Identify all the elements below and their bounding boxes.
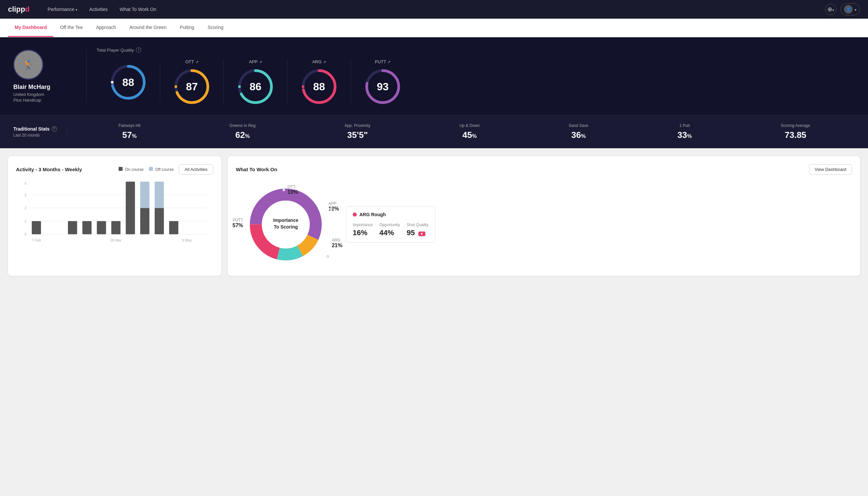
on-course-legend-dot bbox=[119, 167, 123, 171]
tab-putting[interactable]: Putting bbox=[173, 19, 201, 37]
detail-stat-shot-quality: Shot Quality 95 ▼ bbox=[407, 222, 428, 237]
chevron-down-icon bbox=[76, 7, 77, 12]
score-arg: ARG 88 bbox=[287, 59, 351, 105]
detail-stat-opportunity: Opportunity 44% bbox=[379, 222, 400, 237]
stat-value: 35'5" bbox=[347, 130, 368, 140]
svg-text:4: 4 bbox=[25, 182, 27, 186]
score-ring-putt: 93 bbox=[364, 68, 401, 105]
tab-off-the-tee[interactable]: Off the Tee bbox=[53, 19, 89, 37]
stat-one-putt: 1 Putt 33% bbox=[678, 123, 692, 140]
detail-stat-importance: Importance 16% bbox=[353, 222, 373, 237]
detail-dot-icon bbox=[353, 213, 357, 217]
score-ring-total: 88 bbox=[110, 64, 146, 100]
svg-rect-29 bbox=[126, 182, 135, 234]
segment-dot bbox=[330, 208, 332, 211]
svg-rect-34 bbox=[169, 221, 178, 234]
stat-scoring-average: Scoring Average 73.85 bbox=[781, 123, 810, 140]
score-label-putt: PUTT bbox=[375, 59, 391, 64]
tab-approach[interactable]: Approach bbox=[89, 19, 123, 37]
wttwo-header: What To Work On View Dashboard bbox=[236, 164, 852, 174]
tab-my-dashboard[interactable]: My Dashboard bbox=[8, 19, 53, 37]
stat-up-down: Up & Down 45% bbox=[459, 123, 480, 140]
svg-rect-32 bbox=[155, 208, 164, 234]
avatar: 🏌️ bbox=[13, 50, 43, 80]
tab-scoring[interactable]: Scoring bbox=[201, 19, 230, 37]
donut-container: Importance To Scoring PUTT 57% OTT 10% A… bbox=[236, 181, 852, 268]
activity-chart-header: Activity - 3 Months - Weekly On course O… bbox=[16, 164, 213, 174]
stat-value: 36% bbox=[571, 130, 586, 140]
player-name: Blair McHarg bbox=[13, 83, 50, 91]
traditional-stats-label: Traditional Stats ? Last 20 rounds bbox=[13, 126, 67, 138]
scores-section: Total Player Quality ? 88 OTT bbox=[86, 47, 855, 105]
score-label-arg: ARG bbox=[312, 59, 326, 64]
trend-icon bbox=[323, 59, 326, 64]
nav-right: ⊕ 👤 bbox=[825, 3, 860, 15]
hero-section: 🏌️ Blair McHarg United Kingdom Plus Hand… bbox=[0, 37, 868, 115]
nav-performance[interactable]: Performance bbox=[43, 4, 82, 15]
stat-value: 57% bbox=[122, 130, 137, 140]
top-navigation: clippd Performance Activities What To Wo… bbox=[0, 0, 868, 19]
info-icon[interactable]: ? bbox=[52, 126, 57, 131]
score-putt: PUTT 93 bbox=[351, 59, 414, 105]
score-ring-app: 86 bbox=[237, 68, 274, 105]
svg-point-11 bbox=[302, 85, 304, 88]
total-quality-label: Total Player Quality ? bbox=[97, 47, 845, 52]
svg-text:0: 0 bbox=[25, 232, 27, 236]
stat-value: 45% bbox=[462, 130, 477, 140]
activity-chart-panel: Activity - 3 Months - Weekly On course O… bbox=[8, 156, 221, 276]
tab-around-the-green[interactable]: Around the Green bbox=[123, 19, 173, 37]
score-value-total: 88 bbox=[122, 76, 134, 88]
shot-quality-badge: ▼ bbox=[419, 232, 425, 236]
svg-rect-31 bbox=[140, 182, 149, 208]
logo[interactable]: clippd bbox=[8, 5, 30, 14]
score-ring-arg: 88 bbox=[301, 68, 337, 105]
activity-chart-area: 0 1 2 3 4 bbox=[16, 181, 213, 248]
donut-svg: Importance To Scoring bbox=[236, 181, 336, 268]
score-ring-ott: 87 bbox=[174, 68, 210, 105]
score-app: APP 86 bbox=[224, 59, 287, 105]
score-value-app: 86 bbox=[250, 81, 262, 93]
trad-stats-title: Traditional Stats ? bbox=[13, 126, 57, 131]
user-menu-button[interactable]: 👤 bbox=[840, 3, 860, 15]
nav-activities[interactable]: Activities bbox=[84, 4, 112, 15]
nav-what-to-work-on[interactable]: What To Work On bbox=[115, 4, 161, 15]
svg-text:1: 1 bbox=[25, 219, 27, 223]
chevron-down-icon bbox=[855, 7, 856, 12]
detail-card-title: ARG Rough bbox=[353, 212, 428, 217]
stat-value: 73.85 bbox=[785, 130, 806, 140]
stat-sand-save: Sand Save 36% bbox=[569, 123, 588, 140]
score-value-arg: 88 bbox=[313, 81, 325, 93]
svg-rect-30 bbox=[140, 208, 149, 234]
activity-chart-svg: 0 1 2 3 4 bbox=[16, 181, 213, 248]
view-dashboard-button[interactable]: View Dashboard bbox=[809, 164, 852, 174]
svg-text:7 Feb: 7 Feb bbox=[32, 238, 41, 242]
stat-greens-in-reg: Greens In Reg 62% bbox=[230, 123, 255, 140]
svg-rect-28 bbox=[111, 221, 121, 234]
player-handicap: Plus Handicap bbox=[13, 98, 41, 103]
trend-icon bbox=[388, 59, 390, 64]
activity-chart-title: Activity - 3 Months - Weekly bbox=[16, 167, 82, 172]
detail-card: ARG Rough Importance 16% Opportunity 44%… bbox=[346, 206, 435, 243]
donut-wrap: Importance To Scoring PUTT 57% OTT 10% A… bbox=[236, 181, 336, 268]
plus-icon: ⊕ bbox=[827, 6, 832, 13]
scores-row: 88 OTT 87 bbox=[97, 59, 845, 105]
score-label-ott: OTT bbox=[186, 59, 199, 64]
logo-text-clip: clipp bbox=[8, 5, 25, 13]
svg-rect-26 bbox=[82, 221, 92, 234]
segment-dot bbox=[327, 255, 329, 258]
score-value-ott: 87 bbox=[186, 81, 198, 93]
tabs-bar: My Dashboard Off the Tee Approach Around… bbox=[0, 19, 868, 37]
svg-text:3: 3 bbox=[25, 193, 27, 197]
chart-legend: On course Off course bbox=[119, 167, 174, 172]
nav-links: Performance Activities What To Work On bbox=[43, 4, 825, 15]
all-activities-button[interactable]: All Activities bbox=[179, 164, 213, 174]
stat-value: 62% bbox=[236, 130, 250, 140]
logo-text-d: d bbox=[25, 5, 29, 13]
svg-rect-33 bbox=[155, 182, 164, 208]
add-button[interactable]: ⊕ bbox=[825, 4, 836, 15]
stats-section: Traditional Stats ? Last 20 rounds Fairw… bbox=[0, 115, 868, 148]
stat-fairways-hit: Fairways Hit 57% bbox=[119, 123, 141, 140]
svg-rect-27 bbox=[97, 221, 106, 234]
svg-text:9 May: 9 May bbox=[182, 238, 192, 242]
info-icon[interactable]: ? bbox=[136, 47, 141, 52]
